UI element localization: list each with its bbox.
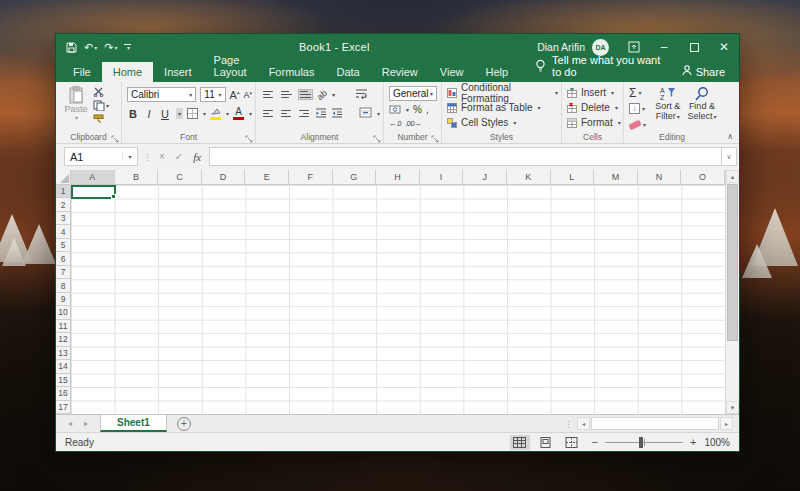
column-header-d[interactable]: D bbox=[202, 170, 246, 184]
italic-button[interactable]: I bbox=[143, 108, 155, 120]
zoom-out-button[interactable]: − bbox=[592, 436, 598, 448]
tab-home[interactable]: Home bbox=[102, 62, 153, 82]
increase-decimal-button[interactable]: ←.0 bbox=[389, 119, 401, 128]
orientation-dropdown[interactable]: ▾ bbox=[332, 91, 335, 98]
vertical-scrollbar[interactable]: ▲ ▼ bbox=[725, 170, 739, 414]
accounting-format-icon[interactable] bbox=[389, 104, 401, 116]
collapse-ribbon-icon[interactable]: ∧ bbox=[727, 132, 733, 141]
row-header-1[interactable]: 1 bbox=[56, 185, 70, 198]
font-dialog-launcher-icon[interactable] bbox=[245, 133, 253, 141]
tab-help[interactable]: Help bbox=[474, 62, 519, 82]
bottom-align-button[interactable] bbox=[298, 89, 313, 101]
column-header-c[interactable]: C bbox=[158, 170, 202, 184]
borders-dropdown[interactable]: ▾ bbox=[203, 110, 206, 117]
clear-button[interactable]: ▾ bbox=[629, 117, 649, 132]
percent-style-button[interactable]: % bbox=[413, 104, 422, 115]
next-sheet-icon[interactable]: ▸ bbox=[84, 419, 88, 428]
tab-page-layout[interactable]: Page Layout bbox=[203, 50, 258, 82]
share-button[interactable]: Share bbox=[668, 65, 739, 82]
cell-grid[interactable] bbox=[71, 185, 725, 414]
paste-button[interactable]: Paste ▾ bbox=[61, 86, 91, 124]
name-box-dropdown[interactable]: ▾ bbox=[122, 153, 137, 160]
format-as-table-button[interactable]: Format as Table▾ bbox=[447, 100, 558, 115]
wrap-text-button[interactable] bbox=[355, 88, 368, 101]
row-header-11[interactable]: 11 bbox=[56, 320, 70, 333]
user-name[interactable]: Dian Arifin bbox=[537, 41, 585, 53]
row-header-8[interactable]: 8 bbox=[56, 279, 70, 292]
select-all-corner[interactable] bbox=[56, 170, 71, 184]
zoom-slider-thumb[interactable] bbox=[639, 437, 643, 448]
column-header-g[interactable]: G bbox=[333, 170, 377, 184]
number-format-combo[interactable]: General▾ bbox=[389, 86, 437, 101]
cell-styles-button[interactable]: Cell Styles▾ bbox=[447, 115, 558, 130]
column-header-l[interactable]: L bbox=[551, 170, 595, 184]
underline-dropdown[interactable]: ▾ bbox=[176, 108, 183, 119]
cancel-icon[interactable]: × bbox=[159, 151, 165, 162]
underline-button[interactable]: U bbox=[159, 108, 171, 120]
column-header-j[interactable]: J bbox=[463, 170, 507, 184]
enter-icon[interactable]: ✓ bbox=[175, 151, 183, 162]
row-header-6[interactable]: 6 bbox=[56, 252, 70, 265]
column-header-o[interactable]: O bbox=[681, 170, 725, 184]
middle-align-button[interactable] bbox=[279, 89, 294, 101]
column-header-k[interactable]: K bbox=[507, 170, 551, 184]
close-button[interactable]: ✕ bbox=[709, 34, 739, 60]
insert-cells-button[interactable]: Insert▾ bbox=[567, 85, 620, 100]
decrease-decimal-button[interactable]: .00→ bbox=[405, 119, 421, 128]
row-header-12[interactable]: 12 bbox=[56, 333, 70, 346]
row-header-4[interactable]: 4 bbox=[56, 225, 70, 238]
font-name-combo[interactable]: Calibri▾ bbox=[127, 87, 196, 102]
font-color-button[interactable]: A bbox=[233, 108, 244, 120]
column-header-m[interactable]: M bbox=[594, 170, 638, 184]
clipboard-dialog-launcher-icon[interactable] bbox=[111, 133, 119, 141]
normal-view-icon[interactable] bbox=[510, 435, 530, 450]
insert-function-icon[interactable]: fx bbox=[193, 151, 201, 163]
name-box[interactable]: A1 ▾ bbox=[64, 147, 138, 166]
scroll-up-icon[interactable]: ▲ bbox=[726, 170, 739, 183]
column-header-a[interactable]: A bbox=[71, 170, 115, 184]
tab-view[interactable]: View bbox=[429, 62, 475, 82]
fill-color-dropdown[interactable]: ▾ bbox=[226, 110, 229, 117]
copy-button[interactable]: ▾ bbox=[93, 100, 109, 111]
page-layout-view-icon[interactable] bbox=[536, 435, 556, 450]
page-break-preview-icon[interactable] bbox=[562, 435, 582, 450]
row-header-10[interactable]: 10 bbox=[56, 306, 70, 319]
expand-formula-bar-icon[interactable]: ∨ bbox=[721, 147, 737, 166]
formula-input[interactable] bbox=[209, 147, 721, 166]
column-header-f[interactable]: F bbox=[289, 170, 333, 184]
zoom-level[interactable]: 100% bbox=[704, 437, 739, 448]
tab-formulas[interactable]: Formulas bbox=[258, 62, 326, 82]
conditional-formatting-button[interactable]: Conditional Formatting▾ bbox=[447, 85, 558, 100]
row-header-17[interactable]: 17 bbox=[56, 401, 70, 414]
fill-color-button[interactable] bbox=[210, 108, 221, 120]
maximize-button[interactable] bbox=[679, 34, 709, 60]
column-header-e[interactable]: E bbox=[245, 170, 289, 184]
comma-style-button[interactable]: , bbox=[426, 104, 429, 115]
row-header-14[interactable]: 14 bbox=[56, 360, 70, 373]
selected-cell-a1[interactable] bbox=[71, 185, 116, 199]
previous-sheet-icon[interactable]: ◂ bbox=[68, 419, 72, 428]
row-header-5[interactable]: 5 bbox=[56, 239, 70, 252]
row-header-16[interactable]: 16 bbox=[56, 387, 70, 400]
borders-icon[interactable] bbox=[187, 108, 198, 119]
format-cells-button[interactable]: Format▾ bbox=[567, 115, 620, 130]
scroll-left-icon[interactable]: ◂ bbox=[577, 417, 590, 430]
align-right-button[interactable] bbox=[297, 108, 311, 120]
align-left-button[interactable] bbox=[261, 108, 275, 120]
tell-me-box[interactable]: Tell me what you want to do bbox=[535, 54, 668, 82]
scroll-down-icon[interactable]: ▼ bbox=[726, 401, 739, 414]
column-header-i[interactable]: I bbox=[420, 170, 464, 184]
autosum-button[interactable]: Σ▾ bbox=[629, 85, 649, 100]
increase-indent-button[interactable] bbox=[331, 108, 343, 120]
fill-button[interactable]: ↓▾ bbox=[629, 101, 649, 116]
horizontal-scrollbar[interactable]: ◂ ▸ bbox=[577, 417, 733, 430]
merge-center-dropdown[interactable]: ▾ bbox=[377, 110, 380, 117]
find-select-button[interactable]: Find &Select▾ bbox=[687, 85, 717, 132]
row-header-15[interactable]: 15 bbox=[56, 374, 70, 387]
top-align-button[interactable] bbox=[261, 89, 275, 101]
delete-cells-button[interactable]: Delete▾ bbox=[567, 100, 620, 115]
tab-insert[interactable]: Insert bbox=[153, 62, 203, 82]
sort-filter-button[interactable]: AZ Sort &Filter▾ bbox=[653, 85, 683, 132]
alignment-dialog-launcher-icon[interactable] bbox=[373, 133, 381, 141]
column-header-b[interactable]: B bbox=[115, 170, 159, 184]
